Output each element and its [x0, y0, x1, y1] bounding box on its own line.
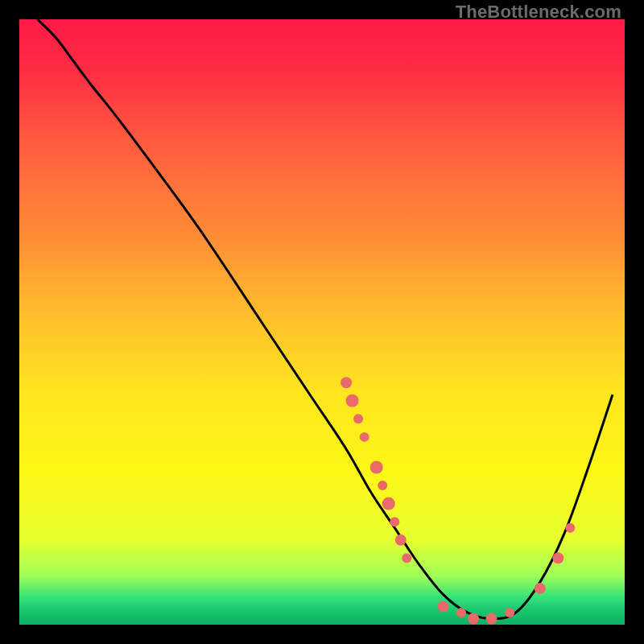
- chart-svg: [19, 19, 625, 625]
- highlight-point: [346, 394, 359, 407]
- highlight-point: [505, 608, 514, 617]
- highlight-point: [468, 613, 479, 624]
- highlight-point: [565, 523, 575, 533]
- highlight-point: [402, 553, 411, 563]
- highlight-point: [437, 601, 448, 612]
- highlight-point: [360, 432, 369, 442]
- highlight-point: [552, 552, 564, 564]
- highlight-point: [486, 613, 497, 624]
- chart-frame: [19, 19, 625, 625]
- highlight-point: [370, 460, 383, 473]
- highlight-point: [456, 608, 466, 617]
- highlight-point: [378, 481, 387, 490]
- highlight-point: [382, 497, 395, 510]
- highlight-point: [535, 583, 546, 594]
- watermark-text: TheBottleneck.com: [456, 2, 621, 23]
- highlight-point: [353, 414, 363, 423]
- highlight-point: [395, 535, 407, 546]
- highlight-point: [341, 377, 352, 388]
- plot-area: [19, 19, 625, 625]
- highlight-point: [390, 517, 399, 526]
